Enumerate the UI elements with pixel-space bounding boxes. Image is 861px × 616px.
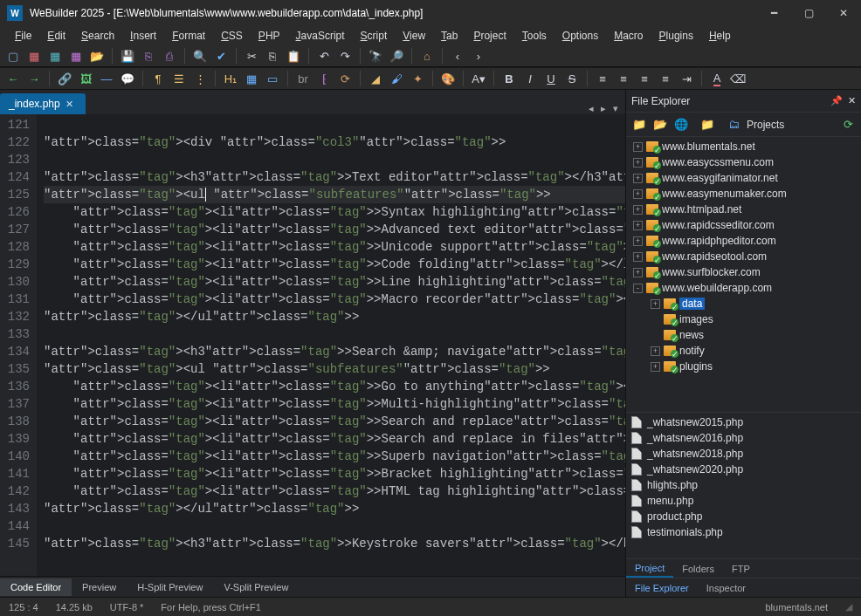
menu-php[interactable]: PHP <box>252 28 286 44</box>
tab-prev-icon[interactable]: ◂ <box>589 103 594 114</box>
folder-www-rapidcsseditor-com[interactable]: +www.rapidcsseditor.com <box>626 217 861 233</box>
file-product-php[interactable]: product.php <box>626 509 861 524</box>
save-as-icon[interactable]: ⎙ <box>162 48 177 64</box>
file-_whatsnew2020-php[interactable]: _whatsnew2020.php <box>626 462 861 477</box>
file-list[interactable]: _whatsnew2015.php_whatsnew2016.php_whats… <box>626 412 861 558</box>
file-hlights-php[interactable]: hlights.php <box>626 477 861 493</box>
folder-www-rapidseotool-com[interactable]: +www.rapidseotool.com <box>626 249 861 264</box>
form-icon[interactable]: ▭ <box>265 71 280 86</box>
copy-icon[interactable]: ⎘ <box>265 48 280 64</box>
menu-javascript[interactable]: JavaScript <box>290 28 351 44</box>
folder-www-easycssmenu-com[interactable]: +www.easycssmenu.com <box>626 154 861 170</box>
mode-tab-h-split-preview[interactable]: H-Split Preview <box>127 578 213 596</box>
bold-icon[interactable]: B <box>501 71 517 86</box>
pin-icon[interactable]: 📌 <box>830 95 843 106</box>
tab-index-php[interactable]: _index.php ✕ <box>0 93 86 114</box>
hr-icon[interactable]: — <box>99 71 114 86</box>
heading-icon[interactable]: H₁ <box>223 71 238 86</box>
search-icon[interactable]: 🔍 <box>192 48 208 64</box>
file-menu-php[interactable]: menu.php <box>626 493 861 509</box>
php-icon[interactable]: ▦ <box>68 48 84 64</box>
panel-tab-file-explorer[interactable]: File Explorer <box>626 580 698 596</box>
align-right-icon[interactable]: ≡ <box>637 71 652 86</box>
project-tab-folders[interactable]: Folders <box>673 561 723 577</box>
code-content[interactable]: "attr">class="tag"><div "attr">class="co… <box>37 114 625 576</box>
maximize-button[interactable]: ▢ <box>791 0 826 26</box>
menu-view[interactable]: View <box>396 28 431 44</box>
menu-tools[interactable]: Tools <box>516 28 553 44</box>
tab-next-icon[interactable]: ▸ <box>601 103 606 114</box>
chevron-right-icon[interactable]: › <box>471 48 486 64</box>
panel-close-icon[interactable]: ✕ <box>848 95 856 106</box>
file-testimonials-php[interactable]: testimonials.php <box>626 524 861 540</box>
folder-www-htmlpad-net[interactable]: +www.htmlpad.net <box>626 202 861 217</box>
globe-icon[interactable]: 🌐 <box>673 117 689 133</box>
forward-icon[interactable]: → <box>26 71 42 86</box>
code-editor[interactable]: 1211221231241251261271281291301311321331… <box>0 114 625 576</box>
folder-www-easygifanimator-net[interactable]: +www.easygifanimator.net <box>626 170 861 186</box>
ol-icon[interactable]: ⋮ <box>192 71 208 86</box>
folder-tree[interactable]: +www.blumentals.net+www.easycssmenu.com+… <box>626 137 861 412</box>
folder-www-surfblocker-com[interactable]: +www.surfblocker.com <box>626 264 861 280</box>
menu-format[interactable]: Format <box>166 28 211 44</box>
menu-macro[interactable]: Macro <box>608 28 649 44</box>
project-tab-project[interactable]: Project <box>626 560 673 578</box>
chevron-left-icon[interactable]: ‹ <box>450 48 465 64</box>
comment-icon[interactable]: 💬 <box>120 71 135 86</box>
clear-format-icon[interactable]: ⌫ <box>730 71 746 86</box>
folder-data[interactable]: +data <box>626 296 861 311</box>
sync-icon[interactable]: ⟳ <box>840 117 856 133</box>
html-icon[interactable]: ▦ <box>26 48 42 64</box>
save-icon[interactable]: 💾 <box>120 48 135 64</box>
file-_whatsnew2018-php[interactable]: _whatsnew2018.php <box>626 446 861 462</box>
find-in-files-icon[interactable]: 🔎 <box>389 48 404 64</box>
menu-search[interactable]: Search <box>75 28 121 44</box>
align-left-icon[interactable]: ≡ <box>595 71 610 86</box>
new-icon[interactable]: ▢ <box>5 48 21 64</box>
menu-insert[interactable]: Insert <box>124 28 162 44</box>
folder-icon[interactable]: 📁 <box>631 117 647 133</box>
menu-file[interactable]: File <box>9 28 38 44</box>
menu-help[interactable]: Help <box>703 28 737 44</box>
link-icon[interactable]: 🔗 <box>57 71 72 86</box>
back-icon[interactable]: ← <box>5 71 21 86</box>
tab-close-icon[interactable]: ✕ <box>65 99 73 110</box>
align-center-icon[interactable]: ≡ <box>616 71 631 86</box>
paste-icon[interactable]: 📋 <box>286 48 301 64</box>
close-button[interactable]: ✕ <box>826 0 861 26</box>
spellcheck-icon[interactable]: ✔ <box>213 48 229 64</box>
menu-css[interactable]: CSS <box>215 28 249 44</box>
resize-grip-icon[interactable]: ◢ <box>845 601 852 613</box>
folder-images[interactable]: images <box>626 311 861 327</box>
save-all-icon[interactable]: ⎘ <box>141 48 156 64</box>
panel-tab-inspector[interactable]: Inspector <box>698 580 754 596</box>
folder-plugins[interactable]: +plugins <box>626 359 861 374</box>
font-color-icon[interactable]: A <box>709 71 725 86</box>
binoculars-icon[interactable]: 🔭 <box>368 48 383 64</box>
folder-notify[interactable]: +notify <box>626 343 861 359</box>
brush-icon[interactable]: 🖌 <box>389 71 404 86</box>
tag-icon[interactable]: ⌂ <box>419 48 435 64</box>
redo-icon[interactable]: ↷ <box>337 48 353 64</box>
folder-www-rapidphpeditor-com[interactable]: +www.rapidphpeditor.com <box>626 233 861 249</box>
file-_whatsnew2016-php[interactable]: _whatsnew2016.php <box>626 430 861 446</box>
projects-label[interactable]: Projects <box>747 119 784 131</box>
minimize-button[interactable]: ━ <box>756 0 791 26</box>
refresh-icon[interactable]: ⟳ <box>337 71 353 86</box>
menu-script[interactable]: Script <box>355 28 394 44</box>
new-folder-icon[interactable]: 📁 <box>699 117 715 133</box>
image-icon[interactable]: 🖼 <box>78 71 93 86</box>
menu-project[interactable]: Project <box>467 28 512 44</box>
tab-menu-icon[interactable]: ▾ <box>613 103 618 114</box>
php-tag-icon[interactable]: ⁅ <box>316 71 332 86</box>
file-_whatsnew2015-php[interactable]: _whatsnew2015.php <box>626 414 861 430</box>
folder-www-easymenumaker-com[interactable]: +www.easymenumaker.com <box>626 186 861 202</box>
folder-www-webuilderapp-com[interactable]: -www.webuilderapp.com <box>626 280 861 296</box>
mode-tab-code-editor[interactable]: Code Editor <box>0 578 72 596</box>
br-icon[interactable]: br <box>295 71 311 86</box>
align-justify-icon[interactable]: ≡ <box>658 71 673 86</box>
list-icon[interactable]: ☰ <box>171 71 187 86</box>
folder-open-icon[interactable]: 📂 <box>652 117 668 133</box>
color-picker-icon[interactable]: 🎨 <box>440 71 456 86</box>
italic-icon[interactable]: I <box>522 71 538 86</box>
